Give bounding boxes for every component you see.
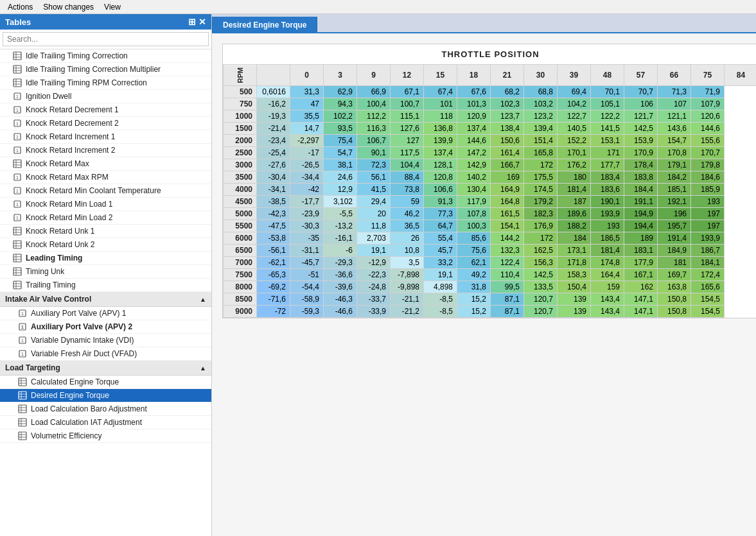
table-cell[interactable]: 184: [558, 232, 591, 245]
table-cell[interactable]: -34,4: [290, 171, 324, 184]
table-cell[interactable]: 20: [357, 208, 391, 220]
table-cell[interactable]: 120,8: [424, 171, 457, 184]
table-cell[interactable]: -16,1: [324, 232, 357, 245]
table-cell[interactable]: 33,2: [424, 257, 457, 269]
table-cell[interactable]: -56,1: [257, 245, 290, 257]
table-cell[interactable]: -31,1: [290, 245, 324, 257]
table-cell[interactable]: 19,1: [424, 269, 457, 281]
table-cell[interactable]: -39,6: [324, 281, 357, 293]
table-container[interactable]: THROTTLE POSITION RPM 0 3 9 12 15 18 21: [212, 33, 756, 536]
table-cell[interactable]: 185,9: [691, 184, 725, 196]
table-cell[interactable]: 158,3: [558, 269, 591, 281]
table-cell[interactable]: -7,898: [391, 269, 424, 281]
sidebar-item-desired-engine-torque[interactable]: Desired Engine Torque: [0, 389, 211, 402]
table-cell[interactable]: -8,5: [424, 293, 457, 306]
table-cell[interactable]: 187: [558, 196, 591, 208]
table-cell[interactable]: 197: [691, 220, 725, 232]
table-cell[interactable]: 73,8: [391, 184, 424, 196]
table-cell[interactable]: 69,4: [558, 86, 591, 98]
table-cell[interactable]: 170,8: [658, 147, 691, 159]
table-cell[interactable]: 120,7: [524, 306, 558, 318]
table-cell[interactable]: 181,4: [558, 184, 591, 196]
table-cell[interactable]: 147,1: [624, 306, 658, 318]
table-cell[interactable]: 141,5: [591, 123, 624, 135]
table-cell[interactable]: -46,6: [324, 306, 357, 318]
table-cell[interactable]: 191,4: [658, 232, 691, 245]
table-cell[interactable]: -21,4: [257, 123, 290, 135]
table-cell[interactable]: 100,4: [357, 98, 391, 110]
table-cell[interactable]: 71,3: [658, 86, 691, 98]
table-cell[interactable]: -38,5: [257, 196, 290, 208]
table-cell[interactable]: -33,9: [357, 306, 391, 318]
table-cell[interactable]: 2,703: [357, 232, 391, 245]
table-cell[interactable]: 140,5: [558, 123, 591, 135]
table-cell[interactable]: 102,3: [491, 98, 524, 110]
table-cell[interactable]: 77,3: [424, 208, 457, 220]
table-cell[interactable]: 49,2: [457, 269, 491, 281]
sidebar-item-vdi[interactable]: 1 Variable Dynamic Intake (VDI): [0, 334, 211, 347]
table-cell[interactable]: 172: [524, 232, 558, 245]
table-cell[interactable]: 162,5: [524, 245, 558, 257]
table-cell[interactable]: 117,9: [457, 196, 491, 208]
table-cell[interactable]: 143,4: [591, 306, 624, 318]
table-cell[interactable]: 107,9: [691, 98, 725, 110]
table-cell[interactable]: 4,898: [424, 281, 457, 293]
sidebar-item-timing-unk[interactable]: Timing Unk: [0, 265, 211, 279]
table-cell[interactable]: 150,8: [658, 293, 691, 306]
table-cell[interactable]: 99,5: [491, 281, 524, 293]
table-cell[interactable]: 162: [624, 281, 658, 293]
table-cell[interactable]: 107: [658, 98, 691, 110]
sidebar-item-load-calc-baro[interactable]: Load Calculation Baro Adjustment: [0, 402, 211, 416]
table-cell[interactable]: 70,1: [591, 86, 624, 98]
table-cell[interactable]: 45,7: [424, 245, 457, 257]
table-cell[interactable]: 62,1: [457, 257, 491, 269]
table-cell[interactable]: -72: [257, 306, 290, 318]
table-cell[interactable]: 150,8: [658, 306, 691, 318]
table-cell[interactable]: 140,2: [457, 171, 491, 184]
table-cell[interactable]: -42: [290, 184, 324, 196]
table-cell[interactable]: 26: [391, 232, 424, 245]
table-cell[interactable]: -51: [290, 269, 324, 281]
table-cell[interactable]: 144,6: [457, 135, 491, 147]
table-cell[interactable]: 112,2: [357, 110, 391, 123]
table-cell[interactable]: -25,4: [257, 147, 290, 159]
sidebar-item-load-calc-iat[interactable]: Load Calculation IAT Adjustment: [0, 416, 211, 429]
table-cell[interactable]: 75,6: [457, 245, 491, 257]
table-cell[interactable]: -5,5: [324, 208, 357, 220]
table-cell[interactable]: -30,4: [257, 171, 290, 184]
table-cell[interactable]: 188,2: [558, 220, 591, 232]
sidebar-item-knock-retard-unk2[interactable]: Knock Retard Unk 2: [0, 238, 211, 252]
table-cell[interactable]: 121,7: [624, 110, 658, 123]
table-cell[interactable]: 31,8: [457, 281, 491, 293]
table-cell[interactable]: 41,5: [357, 184, 391, 196]
table-cell[interactable]: 175,5: [524, 171, 558, 184]
table-cell[interactable]: 154,5: [691, 306, 725, 318]
table-cell[interactable]: -21,2: [391, 306, 424, 318]
sidebar-item-calculated-engine-torque[interactable]: Calculated Engine Torque: [0, 376, 211, 389]
table-cell[interactable]: 154,1: [491, 220, 524, 232]
table-cell[interactable]: 178,4: [624, 159, 658, 171]
table-cell[interactable]: 172: [524, 159, 558, 171]
sidebar-item-apv1[interactable]: 1 Auxiliary Port Valve (APV) 1: [0, 307, 211, 320]
table-cell[interactable]: 154,5: [691, 293, 725, 306]
table-cell[interactable]: 142,5: [524, 269, 558, 281]
sidebar-item-vfad[interactable]: 1 Variable Fresh Air Duct (VFAD): [0, 347, 211, 361]
table-cell[interactable]: -24,8: [357, 281, 391, 293]
sidebar-item-knock-retard-max-rpm[interactable]: 1 Knock Retard Max RPM: [0, 171, 211, 184]
table-cell[interactable]: 154,7: [658, 135, 691, 147]
table-cell[interactable]: 105,1: [591, 98, 624, 110]
table-cell[interactable]: 10,8: [391, 245, 424, 257]
sidebar-item-knock-retard-min-coolant[interactable]: 1 Knock Retard Min Coolant Temperature: [0, 184, 211, 198]
table-cell[interactable]: 100,7: [391, 98, 424, 110]
table-cell[interactable]: 127,6: [391, 123, 424, 135]
table-cell[interactable]: 72,3: [357, 159, 391, 171]
sidebar-item-knock-retard-inc2[interactable]: 1 Knock Retard Increment 2: [0, 144, 211, 157]
table-cell[interactable]: 161,5: [491, 208, 524, 220]
table-cell[interactable]: 193: [591, 220, 624, 232]
table-cell[interactable]: 184,6: [691, 171, 725, 184]
table-cell[interactable]: 94,3: [324, 98, 357, 110]
table-cell[interactable]: 150,6: [491, 135, 524, 147]
table-cell[interactable]: 29,4: [357, 196, 391, 208]
table-cell[interactable]: 190,1: [591, 196, 624, 208]
table-cell[interactable]: 46,2: [391, 208, 424, 220]
